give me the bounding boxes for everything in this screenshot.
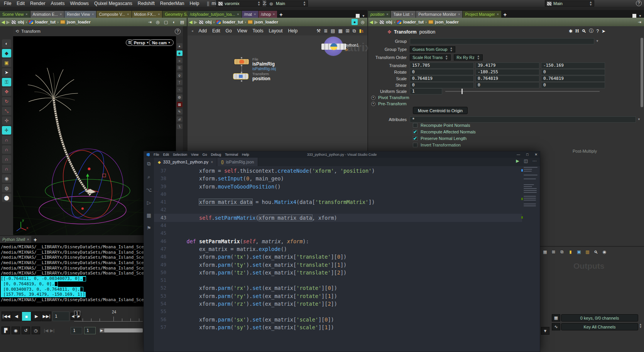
sticky-note-icon[interactable]: ▮1 xyxy=(359,28,363,34)
pane-menu-icon[interactable]: ▼ xyxy=(639,14,642,18)
network-menu-layout[interactable]: Layout xyxy=(269,28,282,34)
scale-tool-icon[interactable]: ⤡ xyxy=(2,107,11,115)
slider-handle-icon[interactable]: ▶ xyxy=(100,328,103,332)
checkbox[interactable]: ✔ xyxy=(413,136,418,141)
channel-wave-icon[interactable]: ∿ xyxy=(552,323,560,330)
code-line-50[interactable]: 50 xform.parm('tz').set(ex_matrix['trans… xyxy=(154,269,522,276)
tab--obj-loader-tut-json-loa-[interactable]: /obj/loader_tut/json_loa...× xyxy=(188,11,242,18)
uniform-scale-slider[interactable] xyxy=(445,91,600,92)
lamp-icon[interactable]: ● xyxy=(352,19,358,25)
main-stepper[interactable]: ▲▼ xyxy=(303,1,306,6)
file-node[interactable] xyxy=(234,59,249,65)
eye-icon[interactable]: ◉ xyxy=(601,249,608,255)
camera-selector-pill[interactable]: No cam ▼ xyxy=(149,39,174,46)
node-output-dot[interactable] xyxy=(241,65,242,66)
breadcrumb-item-obj[interactable]: obj xyxy=(386,20,392,24)
close-icon[interactable]: × xyxy=(497,12,499,16)
snap-magnet-icon[interactable]: ∩ xyxy=(2,165,11,173)
menu-item-redshift[interactable]: Redshift xyxy=(138,1,155,6)
loop-icon[interactable]: ↺ xyxy=(22,327,30,334)
current-frame-field[interactable]: 1 xyxy=(52,312,69,321)
code-line-38[interactable]: 38 xform.setInput(0, main_geo) xyxy=(154,175,522,182)
network-editor[interactable]: ◂ AddEditGoViewToolsLayoutHelp ⚒ ≣ ▤ ▦ ⊞… xyxy=(188,26,367,151)
code-line-49[interactable]: 49 xform.parm('ty').set(ex_matrix['trans… xyxy=(154,261,522,269)
menu-item-assets[interactable]: Assets xyxy=(51,1,64,6)
close-icon[interactable]: × xyxy=(386,12,388,16)
translate-x-field[interactable]: 157.705 xyxy=(410,62,474,69)
color-palette-icon[interactable]: ▦ xyxy=(338,28,342,34)
vscode-menu-view[interactable]: View xyxy=(191,153,198,157)
file-node-name[interactable]: isPalmRig xyxy=(252,61,276,67)
scale-z-field[interactable]: 0.764819 xyxy=(541,76,605,82)
rotate-order-dropdown[interactable]: Rx Ry Rz ▲▼ xyxy=(454,54,482,61)
code-line-37[interactable]: 37 xform = self.thiscontext.createNode('… xyxy=(154,167,522,175)
code-editor[interactable]: 37 xform = self.thiscontext.createNode('… xyxy=(154,167,522,352)
tab-project-manager[interactable]: Project Manager× xyxy=(463,11,501,18)
breadcrumb-item-json_loader[interactable]: json_loader xyxy=(248,20,278,24)
snap-grid-magnet-icon[interactable]: ∩ xyxy=(2,136,11,144)
tab-take-list[interactable]: Take List× xyxy=(391,11,416,18)
close-icon[interactable]: × xyxy=(237,12,239,16)
close-icon[interactable]: × xyxy=(158,12,160,16)
network-menu-help[interactable]: Help xyxy=(288,28,297,34)
color-palette-icon[interactable]: ▦ xyxy=(542,249,548,255)
group-type-dropdown[interactable]: Guess from Group ▲▼ xyxy=(410,46,455,52)
add-tab-button[interactable]: + xyxy=(502,12,509,18)
link-ring-icon[interactable]: ◎ xyxy=(360,19,366,25)
checkbox[interactable] xyxy=(413,123,418,128)
transform-node-name[interactable]: position xyxy=(252,76,270,81)
shear-z-field[interactable]: 0 xyxy=(541,82,605,88)
bookmark-icon[interactable]: ⚑ xyxy=(147,225,151,231)
scale-y-field[interactable]: 0.764819 xyxy=(475,76,539,82)
menu-item-renderman[interactable]: RenderMan xyxy=(160,1,184,6)
pre-transform-section[interactable]: + Pre-Transform xyxy=(371,101,407,106)
breadcrumb-item-loader_tut[interactable]: loader_tut xyxy=(397,20,424,24)
image-icon[interactable]: ▣ xyxy=(576,249,582,255)
chevron-down-icon[interactable]: ▼ xyxy=(596,39,599,43)
close-icon[interactable]: × xyxy=(60,12,62,16)
light-bulb-icon[interactable]: ϙ xyxy=(177,72,183,78)
forward-arrow-icon[interactable]: ▶ xyxy=(374,20,377,25)
close-icon[interactable]: × xyxy=(458,12,460,16)
tab-python-shell[interactable]: Python Shell × xyxy=(0,236,31,243)
rotate-tool-icon[interactable]: ↻ xyxy=(2,97,11,106)
group-field[interactable] xyxy=(410,38,594,44)
vscode-window[interactable]: FileEditSelectionViewGoDebugTerminalHelp… xyxy=(144,151,540,352)
editor-tab-333-python1-python-py[interactable]: ◆333_python1_python.py× xyxy=(154,158,217,166)
range-end-field[interactable]: 1 xyxy=(84,327,96,334)
debug-icon[interactable]: ▷ xyxy=(147,200,151,205)
slider-handle[interactable] xyxy=(461,89,463,94)
translate-z-field[interactable]: -150.169 xyxy=(541,62,605,69)
back-arrow-icon[interactable]: ◀ xyxy=(2,20,5,25)
character-icon[interactable]: ᛉ xyxy=(177,80,183,85)
right-main-stepper[interactable]: ▲▼ xyxy=(589,1,592,6)
menu-item-help[interactable]: Help xyxy=(190,1,199,6)
close-icon[interactable]: × xyxy=(254,12,256,16)
uniform-scale-field[interactable]: 1 xyxy=(410,88,442,94)
export-keys-icon[interactable]: ▛ xyxy=(2,327,10,334)
tab-composite-v-[interactable]: Composite V...× xyxy=(96,11,131,18)
explorer-icon[interactable]: ⧉ xyxy=(147,161,150,167)
overlay-view-icon[interactable]: ⧉ xyxy=(559,249,565,255)
source-control-icon[interactable]: ⌥ xyxy=(146,187,152,193)
shear-x-field[interactable]: 0 xyxy=(410,82,474,88)
network-menu-view[interactable]: View xyxy=(237,28,247,34)
network-menu-tools[interactable]: Tools xyxy=(252,28,263,34)
snap-point-magnet-icon[interactable]: ∩ xyxy=(2,155,11,163)
extensions-icon[interactable]: ▦ xyxy=(147,212,151,218)
rotate-y-field[interactable]: -180.255 xyxy=(475,69,539,75)
go-to-end-button[interactable]: ▶▶| xyxy=(42,312,51,321)
search-icon[interactable]: ⌕ xyxy=(147,174,150,180)
breadcrumb-item-obj[interactable]: obj xyxy=(18,20,24,24)
breadcrumb-item-obj[interactable]: obj xyxy=(205,20,212,24)
help-icon[interactable]: ? xyxy=(636,0,642,6)
network-menu-edit[interactable]: Edit xyxy=(212,28,220,34)
vscode-titlebar[interactable]: FileEditSelectionViewGoDebugTerminalHelp… xyxy=(144,152,540,158)
param-scrollbar[interactable] xyxy=(641,38,643,107)
expand-icon[interactable]: + xyxy=(371,96,375,100)
code-line-45[interactable]: 45 xyxy=(154,229,522,237)
tab-render-view[interactable]: Render View× xyxy=(64,11,96,18)
next-key-icon[interactable]: ▶| xyxy=(49,327,55,333)
split-editor-icon[interactable]: ◫ xyxy=(524,158,528,163)
audio-icon[interactable]: ◉ xyxy=(12,327,20,334)
